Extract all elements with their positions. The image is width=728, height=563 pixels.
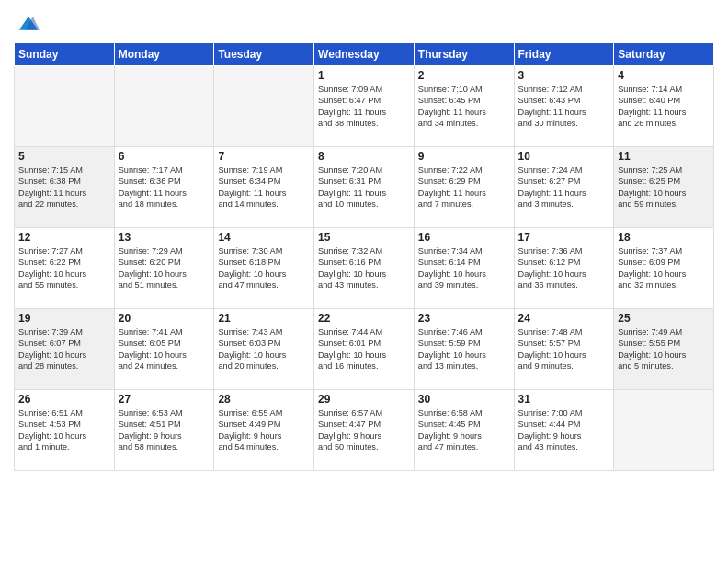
calendar-cell: 18Sunrise: 7:37 AM Sunset: 6:09 PM Dayli…	[614, 228, 714, 309]
cell-info: Sunrise: 7:30 AM Sunset: 6:18 PM Dayligh…	[218, 246, 310, 292]
day-number: 17	[518, 231, 610, 244]
cell-info: Sunrise: 6:51 AM Sunset: 4:53 PM Dayligh…	[18, 408, 110, 454]
day-number: 18	[618, 231, 710, 244]
day-number: 23	[418, 312, 510, 325]
day-number: 24	[518, 312, 610, 325]
calendar-cell	[114, 66, 214, 147]
day-header-wednesday: Wednesday	[314, 43, 415, 66]
cell-info: Sunrise: 7:41 AM Sunset: 6:05 PM Dayligh…	[119, 327, 210, 373]
calendar-cell: 30Sunrise: 6:58 AM Sunset: 4:45 PM Dayli…	[414, 390, 514, 471]
calendar-cell: 20Sunrise: 7:41 AM Sunset: 6:05 PM Dayli…	[114, 309, 214, 390]
calendar-cell: 15Sunrise: 7:32 AM Sunset: 6:16 PM Dayli…	[314, 228, 415, 309]
cell-info: Sunrise: 6:57 AM Sunset: 4:47 PM Dayligh…	[318, 408, 410, 454]
cell-info: Sunrise: 7:43 AM Sunset: 6:03 PM Dayligh…	[218, 327, 310, 373]
calendar-cell: 22Sunrise: 7:44 AM Sunset: 6:01 PM Dayli…	[314, 309, 415, 390]
calendar-cell: 12Sunrise: 7:27 AM Sunset: 6:22 PM Dayli…	[15, 228, 115, 309]
day-number: 2	[418, 69, 510, 82]
day-number: 8	[318, 150, 410, 163]
calendar-cell: 11Sunrise: 7:25 AM Sunset: 6:25 PM Dayli…	[614, 147, 714, 228]
cell-info: Sunrise: 7:49 AM Sunset: 5:55 PM Dayligh…	[618, 327, 710, 373]
day-number: 15	[318, 231, 410, 244]
cell-info: Sunrise: 7:22 AM Sunset: 6:29 PM Dayligh…	[418, 165, 510, 211]
day-number: 20	[119, 312, 210, 325]
day-number: 11	[618, 150, 710, 163]
calendar-cell: 21Sunrise: 7:43 AM Sunset: 6:03 PM Dayli…	[214, 309, 314, 390]
cell-info: Sunrise: 7:10 AM Sunset: 6:45 PM Dayligh…	[418, 84, 510, 130]
day-number: 19	[18, 312, 110, 325]
calendar-cell: 17Sunrise: 7:36 AM Sunset: 6:12 PM Dayli…	[514, 228, 614, 309]
calendar-table: SundayMondayTuesdayWednesdayThursdayFrid…	[14, 42, 714, 471]
calendar-cell: 31Sunrise: 7:00 AM Sunset: 4:44 PM Dayli…	[514, 390, 614, 471]
calendar-cell: 14Sunrise: 7:30 AM Sunset: 6:18 PM Dayli…	[214, 228, 314, 309]
day-number: 22	[318, 312, 410, 325]
day-number: 28	[218, 393, 310, 406]
day-header-saturday: Saturday	[614, 43, 714, 66]
cell-info: Sunrise: 7:29 AM Sunset: 6:20 PM Dayligh…	[119, 246, 210, 292]
calendar-cell	[614, 390, 714, 471]
cell-info: Sunrise: 6:53 AM Sunset: 4:51 PM Dayligh…	[119, 408, 210, 454]
cell-info: Sunrise: 7:12 AM Sunset: 6:43 PM Dayligh…	[518, 84, 610, 130]
day-header-sunday: Sunday	[15, 43, 115, 66]
cell-info: Sunrise: 7:34 AM Sunset: 6:14 PM Dayligh…	[418, 246, 510, 292]
day-number: 5	[18, 150, 110, 163]
cell-info: Sunrise: 7:44 AM Sunset: 6:01 PM Dayligh…	[318, 327, 410, 373]
calendar-cell: 1Sunrise: 7:09 AM Sunset: 6:47 PM Daylig…	[314, 66, 415, 147]
cell-info: Sunrise: 7:48 AM Sunset: 5:57 PM Dayligh…	[518, 327, 610, 373]
day-number: 13	[119, 231, 210, 244]
logo-icon	[16, 13, 41, 39]
calendar-cell: 5Sunrise: 7:15 AM Sunset: 6:38 PM Daylig…	[15, 147, 115, 228]
cell-info: Sunrise: 7:00 AM Sunset: 4:44 PM Dayligh…	[518, 408, 610, 454]
cell-info: Sunrise: 6:55 AM Sunset: 4:49 PM Dayligh…	[218, 408, 310, 454]
calendar-cell: 8Sunrise: 7:20 AM Sunset: 6:31 PM Daylig…	[314, 147, 415, 228]
calendar-cell: 9Sunrise: 7:22 AM Sunset: 6:29 PM Daylig…	[414, 147, 514, 228]
cell-info: Sunrise: 7:39 AM Sunset: 6:07 PM Dayligh…	[18, 327, 110, 373]
day-number: 12	[18, 231, 110, 244]
day-number: 25	[618, 312, 710, 325]
day-number: 3	[518, 69, 610, 82]
day-number: 26	[18, 393, 110, 406]
cell-info: Sunrise: 7:19 AM Sunset: 6:34 PM Dayligh…	[218, 165, 310, 211]
cell-info: Sunrise: 7:15 AM Sunset: 6:38 PM Dayligh…	[18, 165, 110, 211]
calendar-cell: 7Sunrise: 7:19 AM Sunset: 6:34 PM Daylig…	[214, 147, 314, 228]
calendar-body: 1Sunrise: 7:09 AM Sunset: 6:47 PM Daylig…	[15, 66, 714, 471]
page-header	[14, 9, 714, 35]
calendar-cell: 10Sunrise: 7:24 AM Sunset: 6:27 PM Dayli…	[514, 147, 614, 228]
cell-info: Sunrise: 7:37 AM Sunset: 6:09 PM Dayligh…	[618, 246, 710, 292]
cell-info: Sunrise: 7:17 AM Sunset: 6:36 PM Dayligh…	[119, 165, 210, 211]
week-row-5: 26Sunrise: 6:51 AM Sunset: 4:53 PM Dayli…	[15, 390, 714, 471]
calendar-cell: 4Sunrise: 7:14 AM Sunset: 6:40 PM Daylig…	[614, 66, 714, 147]
day-number: 31	[518, 393, 610, 406]
day-number: 9	[418, 150, 510, 163]
calendar-cell	[15, 66, 115, 147]
day-number: 16	[418, 231, 510, 244]
day-header-friday: Friday	[514, 43, 614, 66]
calendar-cell: 23Sunrise: 7:46 AM Sunset: 5:59 PM Dayli…	[414, 309, 514, 390]
cell-info: Sunrise: 7:25 AM Sunset: 6:25 PM Dayligh…	[618, 165, 710, 211]
cell-info: Sunrise: 7:24 AM Sunset: 6:27 PM Dayligh…	[518, 165, 610, 211]
cell-info: Sunrise: 7:09 AM Sunset: 6:47 PM Dayligh…	[318, 84, 410, 130]
days-header-row: SundayMondayTuesdayWednesdayThursdayFrid…	[15, 43, 714, 66]
week-row-1: 1Sunrise: 7:09 AM Sunset: 6:47 PM Daylig…	[15, 66, 714, 147]
day-header-tuesday: Tuesday	[214, 43, 314, 66]
logo	[14, 13, 41, 35]
calendar-cell: 26Sunrise: 6:51 AM Sunset: 4:53 PM Dayli…	[15, 390, 115, 471]
calendar-cell: 3Sunrise: 7:12 AM Sunset: 6:43 PM Daylig…	[514, 66, 614, 147]
calendar-cell: 19Sunrise: 7:39 AM Sunset: 6:07 PM Dayli…	[15, 309, 115, 390]
day-number: 7	[218, 150, 310, 163]
calendar-cell: 25Sunrise: 7:49 AM Sunset: 5:55 PM Dayli…	[614, 309, 714, 390]
calendar-cell	[214, 66, 314, 147]
day-number: 14	[218, 231, 310, 244]
calendar-cell: 28Sunrise: 6:55 AM Sunset: 4:49 PM Dayli…	[214, 390, 314, 471]
calendar-cell: 16Sunrise: 7:34 AM Sunset: 6:14 PM Dayli…	[414, 228, 514, 309]
day-number: 6	[119, 150, 210, 163]
calendar-cell: 29Sunrise: 6:57 AM Sunset: 4:47 PM Dayli…	[314, 390, 415, 471]
day-header-monday: Monday	[114, 43, 214, 66]
week-row-4: 19Sunrise: 7:39 AM Sunset: 6:07 PM Dayli…	[15, 309, 714, 390]
cell-info: Sunrise: 6:58 AM Sunset: 4:45 PM Dayligh…	[418, 408, 510, 454]
cell-info: Sunrise: 7:36 AM Sunset: 6:12 PM Dayligh…	[518, 246, 610, 292]
week-row-2: 5Sunrise: 7:15 AM Sunset: 6:38 PM Daylig…	[15, 147, 714, 228]
day-number: 10	[518, 150, 610, 163]
calendar-cell: 6Sunrise: 7:17 AM Sunset: 6:36 PM Daylig…	[114, 147, 214, 228]
day-number: 27	[119, 393, 210, 406]
cell-info: Sunrise: 7:14 AM Sunset: 6:40 PM Dayligh…	[618, 84, 710, 130]
